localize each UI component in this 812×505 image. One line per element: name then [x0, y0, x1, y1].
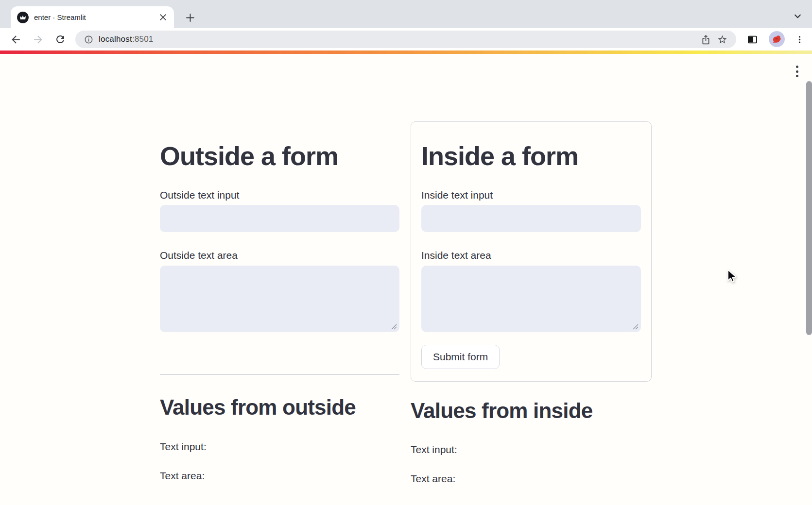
browser-window: enter · Streamlit localhost:8501: [0, 0, 812, 505]
avatar-bird-icon[interactable]: [769, 31, 785, 47]
outside-text-area-label: Outside text area: [160, 249, 238, 262]
values-outside-title: Values from outside: [160, 394, 356, 421]
values-outside-text-input: Text input:: [160, 440, 207, 454]
inside-form-title: Inside a form: [421, 140, 578, 171]
info-icon[interactable]: [82, 33, 95, 46]
outside-text-area-wrap: [160, 266, 399, 332]
forward-icon[interactable]: [27, 29, 49, 50]
browser-menu-icon[interactable]: [791, 31, 808, 48]
star-icon[interactable]: [714, 31, 730, 48]
side-panel-icon[interactable]: [744, 31, 760, 48]
new-tab-icon[interactable]: [183, 10, 197, 25]
outside-text-area[interactable]: [160, 266, 399, 332]
browser-toolbar: localhost:8501: [0, 28, 812, 50]
url-bar[interactable]: localhost:8501: [75, 31, 736, 48]
crown-favicon-icon: [17, 11, 29, 24]
resize-handle-icon[interactable]: [632, 323, 639, 330]
inside-text-area-label: Inside text area: [421, 249, 491, 262]
outside-form-title: Outside a form: [160, 140, 338, 171]
close-icon[interactable]: [157, 12, 168, 23]
back-icon[interactable]: [5, 29, 26, 50]
tab-strip: enter · Streamlit: [0, 0, 812, 28]
values-inside-text-input: Text input:: [411, 443, 457, 456]
resize-handle-icon[interactable]: [390, 323, 397, 330]
streamlit-app: Outside a form Outside text input Outsid…: [0, 54, 812, 505]
tab-enter-streamlit[interactable]: enter · Streamlit: [11, 6, 174, 28]
inside-text-input-label: Inside text input: [421, 188, 493, 202]
inside-text-area[interactable]: [421, 266, 641, 332]
outside-text-input-label: Outside text input: [160, 188, 239, 202]
url-host: localhost: [99, 34, 132, 44]
outside-text-input[interactable]: [160, 205, 399, 232]
streamlit-menu-icon[interactable]: [789, 62, 805, 81]
url-text: localhost:8501: [99, 34, 697, 44]
reload-icon[interactable]: [50, 29, 71, 50]
values-inside-title: Values from inside: [411, 398, 592, 424]
values-outside-text-area: Text area:: [160, 469, 205, 483]
inside-text-input[interactable]: [421, 205, 641, 232]
cursor-icon: [725, 269, 739, 285]
scrollbar[interactable]: [806, 81, 812, 335]
chevron-down-icon[interactable]: [790, 9, 805, 23]
streamlit-decoration-bar: [0, 50, 812, 54]
tab-title: enter · Streamlit: [34, 13, 153, 21]
inside-text-area-wrap: [421, 266, 641, 332]
share-icon[interactable]: [697, 31, 714, 48]
divider: [160, 374, 399, 375]
url-port: :8501: [132, 34, 154, 44]
submit-form-button[interactable]: Submit form: [421, 345, 500, 369]
values-inside-text-area: Text area:: [411, 472, 455, 486]
